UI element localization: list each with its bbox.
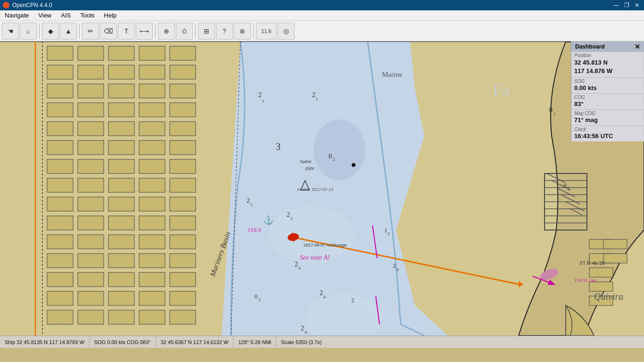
svg-text:0: 0 bbox=[329, 153, 332, 160]
tool-scale[interactable]: 11.6 bbox=[256, 23, 277, 40]
menu-help[interactable]: Help bbox=[99, 10, 122, 20]
svg-text:⚓: ⚓ bbox=[263, 215, 274, 225]
svg-rect-19 bbox=[78, 84, 104, 98]
svg-rect-101 bbox=[589, 268, 613, 277]
main-chart-area[interactable]: ⚓ 2 5 2 5 3 0 2 Subm pipe Anchor 2017-07… bbox=[0, 41, 644, 336]
dashboard-close-icon[interactable]: ✕ bbox=[635, 43, 640, 50]
toolbar-separator bbox=[39, 24, 40, 39]
svg-text:2: 2 bbox=[388, 231, 390, 236]
svg-rect-58 bbox=[47, 235, 73, 249]
statusbar: Ship 32 45.8135 N 117 14.8769 W SOG 0.00… bbox=[0, 336, 644, 348]
svg-rect-80 bbox=[108, 310, 134, 324]
dashboard-sog: SOG 0.00 kts bbox=[571, 78, 644, 94]
close-button[interactable]: ✕ bbox=[633, 1, 641, 9]
sog-label: SOG bbox=[574, 79, 641, 84]
tool-erase[interactable]: ⌫ bbox=[100, 23, 117, 40]
tool-zoom-glass[interactable]: ⌕ bbox=[20, 23, 37, 40]
svg-rect-12 bbox=[170, 46, 196, 60]
svg-rect-52 bbox=[170, 197, 196, 211]
svg-rect-56 bbox=[139, 216, 165, 230]
svg-rect-51 bbox=[139, 197, 165, 211]
position-value: 32 45.813 N117 14.876 W bbox=[574, 58, 641, 75]
svg-rect-24 bbox=[78, 103, 104, 117]
svg-rect-69 bbox=[78, 272, 104, 287]
tool-chart-info[interactable]: ⊞ bbox=[198, 23, 215, 40]
svg-rect-21 bbox=[139, 84, 165, 98]
tool-pencil[interactable]: ✏ bbox=[82, 23, 99, 40]
svg-rect-27 bbox=[170, 103, 196, 117]
svg-rect-17 bbox=[170, 65, 196, 79]
titlebar-controls: — ❐ ✕ bbox=[612, 1, 641, 9]
svg-rect-78 bbox=[47, 310, 73, 324]
svg-text:2: 2 bbox=[258, 91, 262, 99]
tool-compass[interactable]: ◎ bbox=[278, 23, 295, 40]
svg-rect-75 bbox=[108, 291, 134, 305]
svg-text:Fl R 4s 26: Fl R 4s 26 bbox=[580, 259, 605, 266]
tool-text[interactable]: T bbox=[118, 23, 135, 40]
svg-rect-104 bbox=[603, 239, 627, 249]
svg-rect-59 bbox=[78, 235, 104, 249]
svg-rect-41 bbox=[139, 159, 165, 173]
tool-measure[interactable]: ⟷ bbox=[136, 23, 153, 40]
svg-rect-55 bbox=[108, 216, 134, 230]
svg-rect-8 bbox=[47, 46, 73, 60]
status-ship-position: Ship 32 45.8135 N 117 14.8769 W bbox=[0, 336, 90, 348]
svg-text:2: 2 bbox=[312, 91, 315, 99]
svg-rect-36 bbox=[139, 140, 165, 155]
svg-rect-32 bbox=[170, 122, 196, 136]
menu-view[interactable]: View bbox=[33, 10, 56, 20]
svg-rect-35 bbox=[108, 140, 134, 155]
svg-text:Anchor 2017-07-13: Anchor 2017-07-13 bbox=[297, 187, 333, 192]
tool-mark[interactable]: ▲ bbox=[60, 23, 77, 40]
tool-print[interactable]: ⎙ bbox=[176, 23, 193, 40]
tool-gps[interactable]: ⊛ bbox=[234, 23, 251, 40]
svg-rect-79 bbox=[78, 310, 104, 324]
tool-hand[interactable]: ☚ bbox=[2, 23, 19, 40]
svg-text:Quivira: Quivira bbox=[594, 291, 623, 302]
svg-text:3: 3 bbox=[276, 141, 281, 152]
svg-rect-47 bbox=[170, 178, 196, 192]
svg-text:Marine: Marine bbox=[382, 71, 403, 78]
titlebar: OpenCPN 4.4.0 — ❐ ✕ bbox=[0, 0, 644, 10]
svg-rect-38 bbox=[47, 159, 73, 173]
svg-text:4: 4 bbox=[298, 266, 301, 271]
app-logo bbox=[3, 2, 9, 8]
svg-rect-37 bbox=[170, 140, 196, 155]
svg-text:1: 1 bbox=[384, 227, 388, 234]
maximize-button[interactable]: ❐ bbox=[622, 1, 631, 9]
tool-route[interactable]: ◆ bbox=[42, 23, 59, 40]
svg-text:4: 4 bbox=[323, 295, 326, 299]
svg-text:2: 2 bbox=[393, 262, 396, 269]
svg-point-114 bbox=[352, 163, 355, 167]
toolbar-separator-3 bbox=[155, 24, 156, 39]
menu-ais[interactable]: AIS bbox=[56, 10, 75, 20]
svg-rect-71 bbox=[139, 272, 165, 287]
svg-rect-66 bbox=[139, 254, 165, 268]
svg-rect-25 bbox=[108, 103, 134, 117]
svg-text:110.91 (se: 110.91 (se bbox=[574, 277, 596, 283]
svg-rect-22 bbox=[170, 84, 196, 98]
svg-text:2: 2 bbox=[295, 261, 298, 268]
svg-text:5: 5 bbox=[316, 97, 318, 101]
tool-help[interactable]: ? bbox=[216, 23, 233, 40]
svg-text:2: 2 bbox=[247, 197, 250, 204]
svg-rect-62 bbox=[170, 235, 196, 249]
dashboard-cog: COG 83° bbox=[571, 94, 644, 110]
tool-zoom-in[interactable]: ⊕ bbox=[158, 23, 175, 40]
menu-tools[interactable]: Tools bbox=[75, 10, 99, 20]
svg-text:110.9: 110.9 bbox=[248, 226, 261, 233]
svg-text:2017-08-07 Anchorage: 2017-08-07 Anchorage bbox=[304, 243, 347, 247]
svg-rect-20 bbox=[108, 84, 134, 98]
svg-rect-10 bbox=[108, 46, 134, 60]
dashboard-clock: Clock 16:43:56 UTC bbox=[571, 126, 644, 141]
minimize-button[interactable]: — bbox=[612, 1, 620, 9]
svg-rect-82 bbox=[170, 310, 196, 324]
svg-text:2: 2 bbox=[320, 289, 323, 296]
svg-text:3: 3 bbox=[258, 297, 261, 302]
mag-cog-label: Mag COG bbox=[574, 111, 641, 116]
menu-navigate[interactable]: Navigate bbox=[0, 10, 33, 20]
status-sog-cog: SOG 0.00 kts COG 083° bbox=[90, 336, 156, 348]
dashboard-title: Dashboard ✕ bbox=[571, 41, 644, 52]
svg-rect-57 bbox=[170, 216, 196, 230]
chart-canvas[interactable]: ⚓ 2 5 2 5 3 0 2 Subm pipe Anchor 2017-07… bbox=[0, 41, 644, 336]
